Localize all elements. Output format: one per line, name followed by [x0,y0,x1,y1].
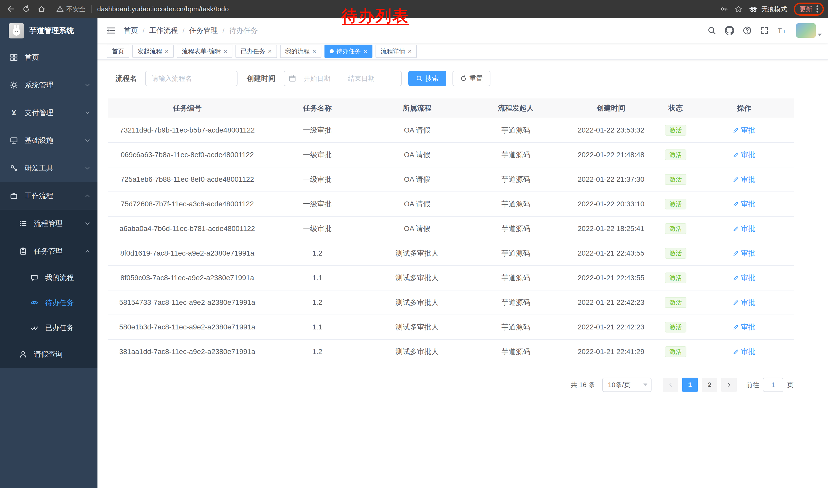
goto-label: 前往 [746,380,759,390]
github-icon[interactable] [725,26,734,35]
sidebar-item-system[interactable]: 系统管理 [0,71,97,99]
approve-link[interactable]: 审批 [733,224,755,234]
close-icon[interactable]: × [268,48,272,55]
approve-link[interactable]: 审批 [733,125,755,135]
approve-link[interactable]: 审批 [733,297,755,307]
sidebar-item-done-task[interactable]: 已办任务 [0,315,97,340]
home-icon[interactable] [34,1,49,17]
sidebar-item-home[interactable]: 首页 [0,44,97,71]
sidebar-item-label: 任务管理 [34,246,63,256]
prev-page-button[interactable] [663,378,678,392]
search-icon[interactable] [707,26,716,35]
cell-status: 激活 [657,290,695,315]
breadcrumb-task-mgmt[interactable]: 任务管理 [189,26,218,35]
app-logo[interactable]: 芋道管理系统 [0,18,97,44]
incognito-label: 无痕模式 [761,5,787,13]
sidebar-item-label: 基础设施 [25,136,53,145]
goto-page-input[interactable] [763,378,783,392]
tab-start-process[interactable]: 发起流程× [132,45,174,58]
edit-icon [733,275,739,281]
sidebar-item-label: 工作流程 [25,191,53,201]
page-size-select[interactable]: 10条/页 [602,378,652,392]
edit-icon [733,127,739,133]
page-button-2[interactable]: 2 [702,378,717,392]
avatar[interactable] [796,23,816,38]
sidebar-item-todo-task[interactable]: 待办任务 [0,290,97,315]
reset-button[interactable]: 重置 [452,71,490,86]
sidebar-item-task-mgmt[interactable]: 任务管理 [0,237,97,265]
close-icon[interactable]: × [408,48,412,55]
collapse-sidebar-icon[interactable] [97,27,124,35]
start-date-input[interactable] [298,75,336,83]
sidebar-item-leave-query[interactable]: 请假查询 [0,340,97,368]
approve-link[interactable]: 审批 [733,347,755,357]
cell-task-id: 381aa1dd-7ac8-11ec-a9e2-a2380e71991a [108,339,267,364]
approve-link[interactable]: 审批 [733,273,755,283]
cell-process: OA 请假 [368,216,466,241]
approve-link[interactable]: 审批 [733,248,755,258]
address-bar[interactable]: 不安全 dashboard.yudao.iocoder.cn/bpm/task/… [56,5,229,13]
sidebar-item-label: 首页 [25,53,39,62]
sidebar-item-payment[interactable]: ¥ 支付管理 [0,99,97,127]
svg-text:T: T [783,29,786,34]
approve-link[interactable]: 审批 [733,150,755,160]
page-content: 流程名 创建时间 - 搜索 重置 [97,71,794,392]
approve-link[interactable]: 审批 [733,175,755,184]
fullscreen-icon[interactable] [760,27,769,35]
page-button-1[interactable]: 1 [682,378,698,392]
sidebar-item-my-process[interactable]: 我的流程 [0,265,97,290]
bookmark-star-icon[interactable] [735,5,742,13]
sidebar-item-process-mgmt[interactable]: 流程管理 [0,210,97,237]
update-label[interactable]: 更新 [799,5,812,13]
process-name-input[interactable] [145,71,238,86]
edit-icon [733,324,739,330]
close-icon[interactable]: × [364,48,367,55]
cell-task-id: 73211d9d-7b9b-11ec-b5b7-acde48001122 [108,118,267,142]
tab-process-detail[interactable]: 流程详情× [376,45,417,58]
update-chip[interactable]: 更新 [794,3,824,16]
breadcrumb-workflow[interactable]: 工作流程 [149,26,178,35]
password-key-icon[interactable] [720,5,728,13]
user-menu[interactable] [796,23,822,38]
user-icon [18,351,28,358]
chevron-down-icon [85,165,90,171]
browser-menu-icon[interactable] [817,5,818,12]
tab-todo-task[interactable]: 待办任务× [325,45,372,58]
end-date-input[interactable] [342,75,380,83]
table-row: 58154733-7ac8-11ec-a9e2-a2380e71991a 1.2… [108,290,794,315]
search-button[interactable]: 搜索 [408,71,446,86]
col-initiator: 流程发起人 [466,98,565,118]
status-badge: 激活 [665,248,687,259]
cell-action: 审批 [695,216,794,241]
tab-form-edit[interactable]: 流程表单-编辑× [177,45,233,58]
cell-status: 激活 [657,266,695,290]
close-icon[interactable]: × [313,48,316,55]
todo-task-table: 任务编号 任务名称 所属流程 流程发起人 创建时间 状态 操作 [108,98,794,364]
tab-home[interactable]: 首页 [107,45,129,58]
yen-icon: ¥ [9,109,18,117]
sidebar-item-devtools[interactable]: 研发工具 [0,154,97,182]
help-icon[interactable] [743,26,752,35]
approve-link[interactable]: 审批 [733,322,755,332]
tab-done-task[interactable]: 已办任务× [236,45,277,58]
cell-initiator: 芋道源码 [466,192,565,216]
cell-task-name: 1.1 [267,266,368,290]
next-page-button[interactable] [721,378,737,392]
close-icon[interactable]: × [223,48,227,55]
status-badge: 激活 [665,199,687,210]
screen: 不安全 dashboard.yudao.iocoder.cn/bpm/task/… [0,0,828,504]
logo-image [9,23,24,39]
pagination: 共 16 条 10条/页 1 2 前往 [108,378,794,392]
breadcrumb-home[interactable]: 首页 [124,26,138,35]
sidebar-item-infra[interactable]: 基础设施 [0,127,97,154]
back-icon[interactable] [3,1,18,17]
security-indicator[interactable]: 不安全 [56,5,85,13]
tab-my-process[interactable]: 我的流程× [280,45,321,58]
sidebar: 芋道管理系统 首页 系统管理 ¥ 支付管理 [0,18,97,488]
date-range-picker[interactable]: - [284,71,402,86]
close-icon[interactable]: × [165,48,169,55]
font-size-icon[interactable]: TT [777,27,787,35]
approve-link[interactable]: 审批 [733,199,755,209]
sidebar-item-workflow[interactable]: 工作流程 [0,182,97,210]
reload-icon[interactable] [18,1,34,17]
